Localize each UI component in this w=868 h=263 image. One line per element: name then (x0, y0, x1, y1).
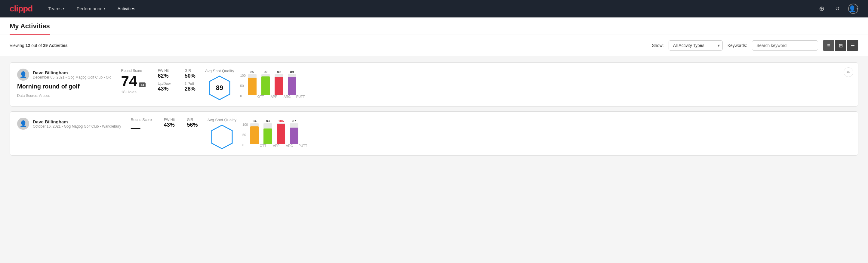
user-date: December 05, 2021 - Gog Magog Golf Club … (33, 75, 111, 80)
round-score-group: Round Score 74 +4 18 Holes (121, 68, 146, 94)
gir-stat: GIR 56% (187, 118, 197, 128)
bar-fill-putt (288, 77, 296, 95)
view-btn-detail[interactable]: ☰ (847, 40, 858, 51)
gir-putt-stats: GIR 56% (187, 118, 197, 128)
bar-value-app: 83 (266, 119, 270, 123)
bar-fill-arg (275, 77, 283, 95)
updown-val: 43% (158, 86, 172, 92)
bar-value-putt: 89 (290, 70, 294, 74)
activities-list: 👤 Dave Billingham December 05, 2021 - Go… (0, 56, 868, 162)
nav-activities-label: Activities (118, 6, 135, 11)
bar-chart: 100 50 0 85 (240, 71, 312, 98)
user-avatar[interactable]: 👤 ▾ (848, 4, 858, 14)
bar-outer-ott (250, 123, 259, 144)
refresh-button[interactable]: ↺ (833, 4, 842, 13)
gir-stat: GIR 50% (185, 68, 195, 79)
bar-col-ott: 85 (248, 70, 256, 95)
bar-outer-arg (275, 74, 283, 95)
chart-y-labels: 100 50 0 (242, 123, 248, 147)
bar-value-ott: 94 (253, 119, 256, 123)
bar-value-arg: 89 (277, 70, 281, 74)
search-input[interactable] (752, 40, 818, 51)
score-big: — (131, 123, 141, 133)
avatar: 👤 (17, 118, 29, 130)
fw-hit-label: FW Hit (164, 118, 175, 122)
fw-hit-val: 62% (158, 73, 172, 79)
bar-col-arg: 89 (275, 70, 283, 95)
hexagon-score: 89 (216, 84, 223, 92)
shot-quality-label: Avg Shot Quality (207, 118, 237, 122)
chart-x-labels: OTT APP ARG PUTT (250, 144, 307, 147)
keywords-label: Keywords: (727, 43, 747, 48)
fw-hit-label: FW Hit (158, 68, 172, 73)
nav-actions: ⊕ ↺ 👤 ▾ (817, 4, 858, 14)
bar-fill-ott (248, 78, 256, 95)
view-btn-compact[interactable]: ≡ (823, 40, 834, 51)
page-title: My Activities (10, 22, 50, 35)
edit-button[interactable]: ✏ (844, 67, 853, 77)
chart-y-labels: 100 50 0 (240, 74, 245, 98)
round-score-group: Round Score — (131, 118, 152, 133)
avatar-icon: 👤 (20, 71, 27, 78)
viewing-count: 12 (26, 43, 30, 48)
fw-hit-val: 43% (164, 122, 175, 128)
fw-hit-stat: FW Hit 62% (158, 68, 172, 79)
nav-teams-label: Teams (48, 6, 61, 11)
viewing-total: 29 (43, 43, 48, 48)
card-left: 👤 Dave Billingham October 16, 2021 - Gog… (17, 118, 121, 132)
user-name: Dave Billingham (33, 119, 121, 124)
bar-fill-app (261, 77, 270, 95)
filter-bar: Viewing 12 out of 29 Activities Show: Al… (0, 35, 868, 56)
updown-label: Up/Down (158, 82, 172, 86)
gir-label: GIR (187, 118, 197, 122)
hexagon-wrap: Avg Shot Quality (207, 118, 237, 149)
chart-x-label-putt: PUTT (296, 95, 305, 98)
activity-title: Morning round of golf (17, 83, 111, 90)
user-info: Dave Billingham October 16, 2021 - Gog M… (33, 119, 121, 128)
compact-list-icon: ≡ (827, 43, 830, 48)
bar-outer-app (264, 123, 272, 144)
chart-bars-group: 94 83 (250, 120, 307, 144)
bar-value-app: 90 (264, 70, 268, 74)
bar-outer-arg (277, 123, 285, 144)
bar-col-arg: 106 (277, 119, 285, 144)
pencil-icon: ✏ (847, 70, 850, 75)
fw-gir-stats: FW Hit 62% Up/Down 43% (158, 68, 172, 92)
nav-performance-label: Performance (77, 6, 102, 11)
bar-col-putt: 87 (290, 119, 298, 144)
user-row: 👤 Dave Billingham October 16, 2021 - Gog… (17, 118, 121, 130)
activity-type-select[interactable]: All Activity Types (669, 40, 723, 51)
show-label: Show: (652, 43, 664, 48)
gir-val: 50% (185, 73, 195, 79)
activity-card: 👤 Dave Billingham December 05, 2021 - Go… (10, 62, 858, 107)
bar-outer-app (261, 74, 270, 95)
viewing-text: Viewing 12 out of 29 Activities (10, 43, 647, 48)
round-score-label: Round Score (121, 68, 146, 73)
bar-outer-ott (248, 74, 256, 95)
round-score-label: Round Score (131, 118, 152, 122)
brand-logo[interactable]: clippd (10, 4, 32, 13)
navbar: clippd Teams ▾ Performance ▾ Activities … (0, 0, 868, 18)
chart-x-label-putt: PUTT (298, 144, 307, 147)
fw-gir-stats: FW Hit 43% (164, 118, 175, 128)
oneputt-val: 28% (185, 86, 195, 92)
chart-x-label-arg: ARG (285, 144, 293, 147)
hexagon (211, 124, 233, 149)
bar-col-app: 83 (264, 119, 272, 144)
nav-item-activities[interactable]: Activities (116, 0, 136, 18)
avatar: 👤 (17, 68, 29, 81)
bar-col-ott: 94 (250, 119, 259, 144)
nav-item-teams[interactable]: Teams ▾ (47, 0, 66, 18)
card-stats: Round Score — FW Hit 43% GIR 56% (131, 118, 198, 133)
bar-outer-putt (290, 123, 298, 144)
activity-type-select-wrap: All Activity Types (669, 40, 723, 51)
bar-col-app: 90 (261, 70, 270, 95)
bar-value-ott: 85 (251, 70, 254, 74)
avatar-icon: 👤 (20, 120, 27, 127)
grid-icon: ⊞ (839, 43, 843, 49)
nav-item-performance[interactable]: Performance ▾ (75, 0, 107, 18)
shot-quality-block: Avg Shot Quality 100 50 0 (207, 118, 851, 149)
add-button[interactable]: ⊕ (817, 4, 827, 13)
view-btn-grid[interactable]: ⊞ (835, 40, 846, 51)
chart-x-label-arg: ARG (283, 95, 291, 98)
